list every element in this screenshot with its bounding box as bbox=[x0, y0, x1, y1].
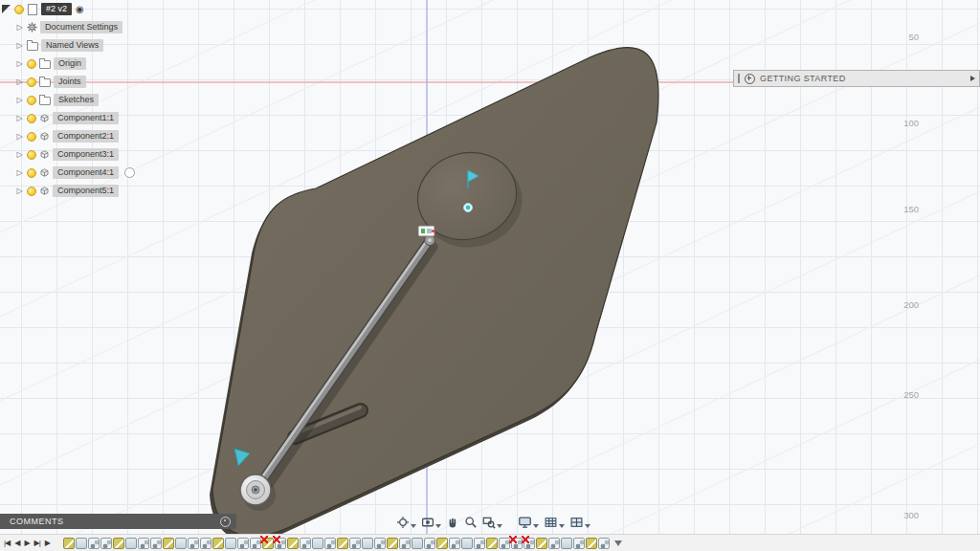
expand-arrow-icon[interactable]: ▷ bbox=[15, 77, 24, 86]
browser-item-label[interactable]: Sketches bbox=[54, 94, 99, 106]
timeline-goto-start-button[interactable]: |◀ bbox=[4, 539, 10, 548]
visibility-bulb-icon[interactable] bbox=[27, 150, 36, 160]
getting-started-bar[interactable]: GETTING STARTED bbox=[733, 70, 980, 87]
timeline-op-joint[interactable] bbox=[150, 538, 162, 549]
component-activate-radio[interactable] bbox=[124, 167, 135, 178]
visibility-bulb-icon[interactable] bbox=[27, 77, 36, 87]
visibility-bulb-icon[interactable] bbox=[27, 187, 36, 196]
browser-item-document-settings[interactable]: ▷Document Settings bbox=[0, 18, 135, 36]
comments-bar[interactable]: COMMENTS bbox=[0, 514, 236, 529]
visibility-bulb-icon[interactable] bbox=[14, 5, 24, 14]
timeline-position-marker[interactable] bbox=[614, 540, 622, 546]
timeline-op-component[interactable] bbox=[125, 538, 137, 549]
browser-item-label[interactable]: Document Settings bbox=[40, 21, 122, 33]
timeline-op-joint[interactable] bbox=[188, 538, 199, 549]
expand-arrow-icon[interactable]: ▷ bbox=[15, 168, 24, 177]
timeline-op-sketch[interactable] bbox=[486, 538, 498, 549]
expand-arrow-icon[interactable]: ▷ bbox=[15, 59, 24, 68]
browser-item-component1-1[interactable]: ▷Component1:1 bbox=[0, 109, 135, 127]
timeline-op-component[interactable] bbox=[362, 538, 373, 549]
comments-expand-icon[interactable] bbox=[220, 517, 231, 527]
timeline-op-joint[interactable] bbox=[100, 538, 112, 549]
look-at-button[interactable] bbox=[419, 515, 443, 530]
timeline-play-button[interactable]: ▶ bbox=[24, 539, 29, 548]
timeline-op-joint[interactable] bbox=[573, 538, 585, 549]
browser-item-label[interactable]: Named Views bbox=[41, 39, 103, 52]
expand-arrow-icon[interactable]: ▷ bbox=[15, 96, 24, 104]
timeline-op-sketch[interactable] bbox=[287, 538, 299, 549]
orbit-button[interactable] bbox=[394, 515, 418, 530]
panel-drag-handle[interactable] bbox=[738, 74, 740, 83]
browser-item-label[interactable]: Component5:1 bbox=[53, 185, 119, 197]
timeline-op-sketch[interactable] bbox=[387, 538, 398, 549]
browser-item-component5-1[interactable]: ▷Component5:1 bbox=[0, 182, 135, 200]
expand-arrow-icon[interactable]: ▷ bbox=[15, 41, 24, 50]
timeline-op-component[interactable] bbox=[561, 538, 572, 549]
timeline-op-component[interactable] bbox=[412, 538, 423, 549]
browser-document-row[interactable]: #2 v2 ◉ bbox=[0, 0, 135, 18]
expand-arrow-icon[interactable]: ▷ bbox=[15, 114, 24, 122]
timeline-op-joint[interactable] bbox=[474, 538, 485, 549]
browser-item-component3-1[interactable]: ▷Component3:1 bbox=[0, 145, 135, 164]
dropdown-caret-icon[interactable] bbox=[435, 524, 441, 528]
visibility-bulb-icon[interactable] bbox=[27, 96, 36, 105]
grid-and-snaps-button[interactable] bbox=[542, 515, 567, 530]
dropdown-caret-icon[interactable] bbox=[559, 524, 565, 528]
timeline-op-joint[interactable] bbox=[324, 538, 336, 549]
browser-item-label[interactable]: Joints bbox=[54, 76, 86, 88]
window-zoom-button[interactable] bbox=[480, 515, 504, 530]
browser-item-label[interactable]: Component3:1 bbox=[53, 148, 119, 161]
browser-item-label[interactable]: Component4:1 bbox=[53, 166, 119, 179]
browser-item-label[interactable]: Component1:1 bbox=[53, 112, 119, 124]
timeline-op-sketch[interactable] bbox=[586, 538, 597, 549]
timeline-op-joint[interactable] bbox=[300, 538, 311, 549]
dropdown-caret-icon[interactable] bbox=[585, 524, 590, 528]
visibility-bulb-icon[interactable] bbox=[27, 132, 36, 142]
timeline-op-sketch[interactable] bbox=[212, 538, 224, 549]
timeline-op-joint[interactable] bbox=[237, 538, 249, 549]
timeline-op-sketch[interactable] bbox=[436, 538, 448, 549]
timeline-step-back-button[interactable]: ◀ bbox=[14, 539, 19, 548]
timeline-op-joint[interactable] bbox=[138, 538, 149, 549]
expand-arrow-icon[interactable]: ▷ bbox=[15, 150, 24, 159]
timeline-op-sketch[interactable] bbox=[113, 538, 124, 549]
slider-joint-glyph[interactable] bbox=[418, 226, 434, 236]
timeline-op-joint[interactable] bbox=[200, 538, 212, 549]
browser-item-sketches[interactable]: ▷Sketches bbox=[0, 91, 135, 109]
timeline-step-forward-button[interactable]: ▶| bbox=[34, 539, 40, 548]
timeline-op-joint[interactable] bbox=[374, 538, 386, 549]
timeline-op-sketch[interactable] bbox=[536, 538, 547, 549]
timeline-op-joint[interactable] bbox=[88, 538, 100, 549]
document-title[interactable]: #2 v2 bbox=[41, 3, 72, 15]
timeline-op-joint[interactable] bbox=[548, 538, 560, 549]
browser-collapse-icon[interactable] bbox=[2, 5, 11, 13]
timeline-goto-end-button[interactable]: ▶ bbox=[45, 539, 50, 548]
timeline-op-joint[interactable] bbox=[399, 538, 411, 549]
browser-item-named-views[interactable]: ▷Named Views bbox=[0, 36, 135, 55]
timeline-op-component[interactable] bbox=[175, 538, 187, 549]
timeline-op-component[interactable] bbox=[76, 538, 87, 549]
viewports-button[interactable] bbox=[568, 515, 592, 530]
timeline-op-sketch[interactable] bbox=[63, 538, 75, 549]
browser-item-component4-1[interactable]: ▷Component4:1 bbox=[0, 164, 135, 182]
browser-item-label[interactable]: Origin bbox=[54, 57, 86, 70]
visibility-bulb-icon[interactable] bbox=[27, 59, 36, 69]
dropdown-caret-icon[interactable] bbox=[533, 524, 539, 528]
visibility-bulb-icon[interactable] bbox=[27, 168, 36, 178]
browser-item-label[interactable]: Component2:1 bbox=[53, 130, 119, 143]
timeline-op-sketch[interactable] bbox=[337, 538, 348, 549]
timeline-op-joint[interactable] bbox=[349, 538, 361, 549]
expand-arrow-icon[interactable]: ▷ bbox=[15, 132, 24, 141]
timeline-op-component[interactable] bbox=[461, 538, 473, 549]
timeline-op-component[interactable] bbox=[312, 538, 323, 549]
zoom-button[interactable] bbox=[462, 515, 479, 530]
dropdown-caret-icon[interactable] bbox=[411, 524, 416, 528]
timeline-op-joint-error[interactable] bbox=[275, 538, 286, 549]
timeline-op-joint[interactable] bbox=[598, 538, 610, 549]
timeline-op-joint[interactable] bbox=[449, 538, 460, 549]
dropdown-caret-icon[interactable] bbox=[497, 524, 502, 528]
visibility-bulb-icon[interactable] bbox=[27, 114, 36, 123]
expand-arrow-icon[interactable]: ▷ bbox=[15, 23, 24, 32]
browser-item-joints[interactable]: ▷Joints bbox=[0, 73, 135, 91]
panel-expand-arrow-icon[interactable] bbox=[970, 76, 975, 81]
